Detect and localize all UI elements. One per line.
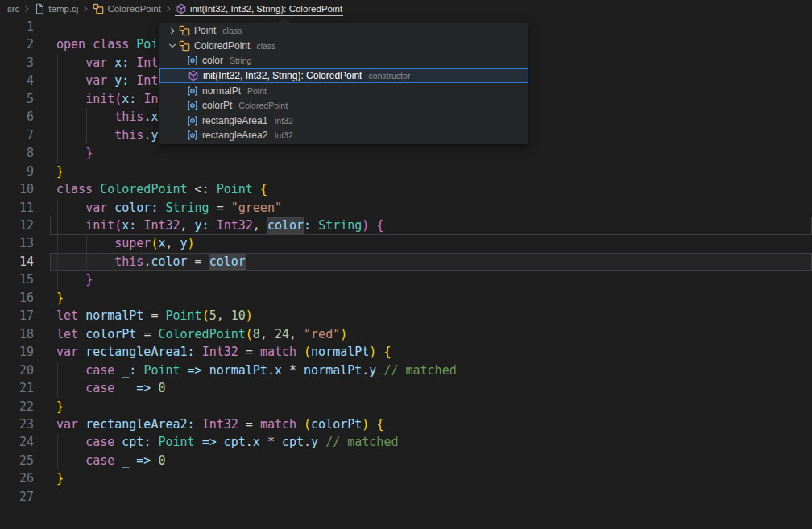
code-line[interactable]: 13 super(x, y): [0, 234, 812, 252]
breadcrumb-item-coloredpoint[interactable]: ColoredPoint: [92, 2, 161, 16]
code-line[interactable]: 16 }: [0, 289, 812, 307]
class-icon: [179, 25, 190, 36]
line-number: 9: [0, 163, 34, 180]
code-line[interactable]: 24 case cpt: Point => cpt.x * cpt.y // m…: [0, 433, 812, 451]
line-number: 26: [0, 469, 34, 487]
symbol-picker-item-selected[interactable]: init(Int32, Int32, String): ColoredPoint…: [160, 68, 528, 84]
class-icon: [179, 40, 190, 52]
line-content: [34, 488, 56, 506]
line-content: }: [34, 289, 64, 307]
symbol-picker-item[interactable]: color String: [160, 53, 528, 68]
class-icon: [93, 3, 104, 14]
line-content: }: [34, 469, 64, 487]
line-number: 10: [0, 180, 34, 198]
code-line[interactable]: 22 }: [0, 398, 812, 415]
line-content: case _: Point => normalPt.x * normalPt.y…: [34, 362, 457, 379]
line-number: 23: [0, 415, 34, 433]
breadcrumb-item-temp-cj[interactable]: temp.cj: [33, 2, 79, 16]
line-content: let normalPt = Point(5, 10): [34, 307, 253, 324]
line-number: 12: [0, 217, 34, 234]
symbol-picker-item[interactable]: colorPt ColoredPoint: [160, 98, 528, 114]
constructor-icon: [188, 70, 199, 81]
line-content: class ColoredPoint <: Point {: [34, 180, 267, 198]
line-content: }: [34, 144, 93, 162]
line-content: var y: Int32: [34, 72, 173, 89]
chevron-right-icon: [164, 4, 173, 14]
line-number: 17: [0, 307, 34, 324]
chevron-right-icon: [22, 4, 31, 14]
vscode-editor-window: src temp.cj ColoredPoint init(Int32, Int…: [0, 0, 812, 529]
field-icon: [187, 115, 198, 126]
line-content: }: [34, 271, 93, 288]
chevron-down-icon[interactable]: [166, 40, 179, 51]
line-content: }: [34, 398, 64, 415]
line-number: 24: [0, 433, 34, 451]
line-number: 22: [0, 398, 34, 415]
line-number: 19: [0, 343, 34, 361]
field-icon: [187, 85, 198, 97]
field-icon: [187, 130, 198, 141]
field-icon: [187, 55, 198, 66]
chevron-right-icon[interactable]: [166, 26, 179, 36]
symbol-picker-item[interactable]: Point class: [160, 23, 528, 39]
line-number: 8: [0, 144, 34, 162]
line-content: var rectangleArea2: Int32 = match (color…: [34, 415, 383, 433]
symbol-picker-item[interactable]: normalPt Point: [160, 83, 528, 98]
code-line[interactable]: 17 let normalPt = Point(5, 10): [0, 307, 812, 324]
chevron-right-icon: [81, 4, 90, 14]
line-content: [34, 18, 56, 35]
line-number: 1: [0, 18, 34, 35]
code-line[interactable]: 25 case _ => 0: [0, 452, 812, 469]
line-content: case cpt: Point => cpt.x * cpt.y // matc…: [34, 433, 398, 451]
line-number: 11: [0, 199, 34, 217]
line-content: init(x: Int32, y: Int32, color: String) …: [34, 217, 383, 234]
line-number: 27: [0, 488, 34, 506]
code-line[interactable]: 11 var color: String = "green": [0, 199, 812, 217]
breadcrumb: src temp.cj ColoredPoint init(Int32, Int…: [0, 0, 812, 18]
line-content: var rectangleArea1: Int32 = match (norma…: [34, 343, 391, 361]
symbol-picker-item[interactable]: rectangleArea1 Int32: [160, 114, 528, 129]
line-content: this.color = color: [34, 253, 246, 271]
line-number: 4: [0, 72, 34, 89]
line-content: var color: String = "green": [34, 199, 282, 217]
line-number: 14: [0, 253, 34, 271]
code-line[interactable]: 15 }: [0, 271, 812, 288]
breadcrumb-item-src[interactable]: src: [6, 2, 20, 16]
code-line[interactable]: 10 class ColoredPoint <: Point {: [0, 180, 812, 198]
code-line[interactable]: 20 case _: Point => normalPt.x * normalP…: [0, 362, 812, 379]
code-line[interactable]: 14 this.color = color: [0, 253, 812, 271]
line-number: 7: [0, 126, 34, 144]
line-content: case _ => 0: [34, 379, 165, 397]
code-line[interactable]: 19 var rectangleArea1: Int32 = match (no…: [0, 343, 812, 361]
symbol-picker-item[interactable]: rectangleArea2 Int32: [160, 128, 528, 143]
line-number: 6: [0, 108, 34, 126]
code-line[interactable]: 8 }: [0, 144, 812, 162]
code-line[interactable]: 26 }: [0, 469, 812, 487]
line-content: }: [34, 163, 64, 180]
line-number: 25: [0, 452, 34, 469]
line-content: let colorPt = ColoredPoint(8, 24, "red"): [34, 325, 347, 343]
line-number: 20: [0, 362, 34, 379]
code-line[interactable]: 9 }: [0, 163, 812, 180]
code-line[interactable]: 18 let colorPt = ColoredPoint(8, 24, "re…: [0, 325, 812, 343]
field-icon: [187, 100, 198, 111]
line-content: var x: Int32: [34, 54, 173, 72]
line-number: 18: [0, 325, 34, 343]
code-line[interactable]: 23 var rectangleArea2: Int32 = match (co…: [0, 415, 812, 433]
code-line[interactable]: 27: [0, 488, 812, 506]
line-number: 21: [0, 379, 34, 397]
dropdown-notch: [278, 18, 291, 23]
line-number: 3: [0, 54, 34, 72]
breadcrumb-item-init-int32-int32-string-[interactable]: init(Int32, Int32, String): ColoredPoint: [175, 2, 343, 16]
code-line[interactable]: 12 init(x: Int32, y: Int32, color: Strin…: [0, 217, 812, 234]
constructor-icon: [176, 3, 187, 14]
code-line[interactable]: 21 case _ => 0: [0, 379, 812, 397]
line-content: case _ => 0: [34, 452, 165, 469]
breadcrumb-symbol-dropdown: Point class ColoredPoint class color Str…: [160, 23, 528, 144]
symbol-picker-item[interactable]: ColoredPoint class: [160, 39, 528, 54]
line-number: 15: [0, 271, 34, 288]
line-number: 16: [0, 289, 34, 307]
line-content: super(x, y): [34, 234, 195, 252]
line-number: 2: [0, 35, 34, 53]
line-number: 5: [0, 90, 34, 108]
